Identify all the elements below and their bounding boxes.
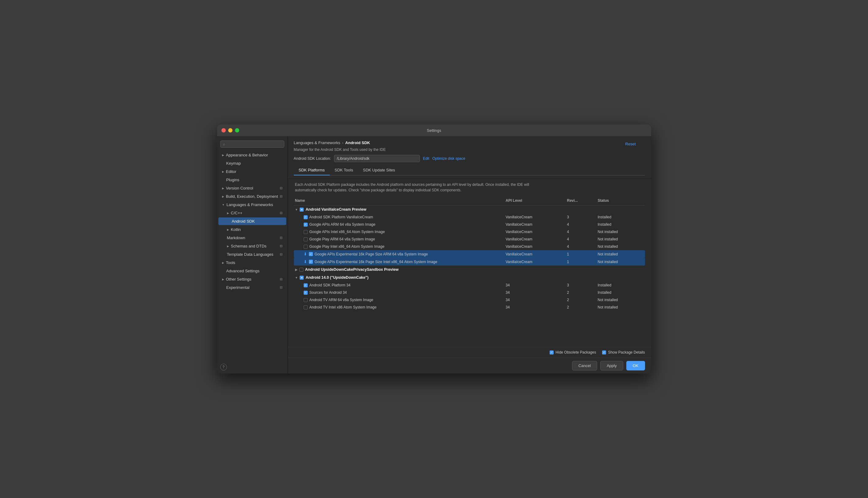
reset-link[interactable]: Reset	[626, 142, 636, 146]
sdk-name: Google Play ARM 64 v8a System Image	[310, 237, 375, 241]
sdk-checkbox[interactable]	[304, 283, 308, 287]
sidebar-item-editor[interactable]: ▶ Editor	[219, 168, 286, 175]
sidebar-item-label: Android SDK	[232, 219, 255, 224]
group-checkbox-android14[interactable]	[300, 276, 304, 280]
sidebar-item-experimental[interactable]: Experimental ⊟	[219, 284, 286, 291]
sidebar: ⌕ ▶ Appearance & Behavior Keymap ▶ Edito…	[217, 136, 288, 374]
sidebar-item-label: Markdown	[227, 236, 245, 240]
ok-button[interactable]: OK	[626, 361, 645, 370]
sdk-status: Installed	[598, 215, 644, 219]
sidebar-item-keymap[interactable]: Keymap	[219, 159, 286, 167]
sdk-checkbox[interactable]	[304, 230, 308, 234]
breadcrumb-separator: ›	[342, 141, 343, 145]
sdk-checkbox[interactable]	[309, 252, 313, 256]
sidebar-item-languages[interactable]: ▼ Languages & Frameworks	[219, 201, 286, 209]
sidebar-item-appearance[interactable]: ▶ Appearance & Behavior	[219, 151, 286, 159]
sdk-checkbox[interactable]	[304, 291, 308, 295]
hide-obsolete-checkbox[interactable]	[550, 351, 554, 354]
sdk-name: Android SDK Platform 34	[310, 283, 351, 287]
chevron-icon: ▶	[222, 195, 224, 198]
sdk-row: Android SDK Platform 34 34 3 Installed	[294, 281, 645, 289]
sdk-api: VanillaIceCream	[506, 245, 567, 249]
sdk-group-header-android14[interactable]: ▼ Android 14.0 ("UpsideDownCake")	[294, 274, 645, 281]
info-text: Each Android SDK Platform package includ…	[294, 179, 539, 196]
sdk-group-header-sandbox[interactable]: ▶ Android UpsideDownCakePrivacySandbox P…	[294, 265, 645, 274]
sdk-api: VanillaIceCream	[506, 230, 567, 234]
sdk-checkbox[interactable]	[304, 215, 308, 219]
help-button[interactable]: ?	[220, 364, 227, 370]
sdk-checkbox[interactable]	[304, 245, 308, 249]
apply-button[interactable]: Apply	[600, 361, 623, 370]
settings-icon: ⊟	[280, 252, 282, 257]
tab-sdk-platforms[interactable]: SDK Platforms	[294, 165, 330, 175]
group-checkbox-sandbox[interactable]	[299, 268, 303, 272]
breadcrumb-row: Languages & Frameworks › Android SDK Res…	[294, 141, 645, 147]
table-area: Each Android SDK Platform package includ…	[288, 179, 651, 347]
sdk-row-highlighted[interactable]: ⬇ Google APIs Experimental 16k Page Size…	[294, 258, 645, 265]
sidebar-item-build[interactable]: ▶ Build, Execution, Deployment ⊟	[219, 193, 286, 200]
group-checkbox-vanilla[interactable]	[300, 208, 304, 212]
sdk-checkbox[interactable]	[304, 305, 308, 310]
search-box[interactable]: ⌕	[220, 141, 284, 148]
optimize-link[interactable]: Optimize disk space	[433, 156, 465, 161]
main-content: ⌕ ▶ Appearance & Behavior Keymap ▶ Edito…	[217, 136, 651, 374]
traffic-lights	[222, 128, 239, 132]
group-chevron-icon[interactable]: ▼	[295, 208, 298, 211]
sdk-checkbox[interactable]	[309, 260, 313, 264]
sdk-checkbox[interactable]	[304, 237, 308, 241]
sidebar-item-advanced-settings[interactable]: Advanced Settings	[219, 267, 286, 275]
sidebar-item-template-data[interactable]: Template Data Languages ⊟	[219, 250, 286, 258]
sdk-row: Google Play Intel x86_64 Atom System Ima…	[294, 243, 645, 250]
sidebar-item-label: Languages & Frameworks	[226, 202, 273, 207]
show-package-item[interactable]: Show Package Details	[602, 350, 645, 354]
chevron-icon: ▶	[222, 187, 224, 190]
sdk-rev: 1	[567, 260, 598, 264]
sidebar-item-label: Appearance & Behavior	[226, 153, 268, 157]
sidebar-item-tools[interactable]: ▶ Tools	[219, 259, 286, 266]
tab-sdk-tools[interactable]: SDK Tools	[330, 165, 358, 175]
sdk-row-highlighted[interactable]: ⬇ Google APIs Experimental 16k Page Size…	[294, 250, 645, 258]
sidebar-item-label: Kotlin	[231, 227, 241, 232]
group-chevron-icon[interactable]: ▼	[295, 276, 298, 279]
window-title: Settings	[427, 128, 442, 133]
close-button[interactable]	[222, 128, 226, 132]
settings-icon: ⊟	[280, 286, 282, 289]
sidebar-item-markdown[interactable]: Markdown ⊟	[219, 234, 286, 241]
footer-checkboxes: Hide Obsolete Packages Show Package Deta…	[550, 350, 645, 354]
sidebar-item-kotlin[interactable]: ▶ Kotlin	[219, 226, 286, 233]
title-bar: Settings	[217, 124, 651, 136]
settings-icon: ⊟	[280, 277, 282, 281]
sidebar-item-version-control[interactable]: ▶ Version Control ⊟	[219, 184, 286, 192]
minimize-button[interactable]	[228, 128, 233, 132]
sdk-group-header-vanilla[interactable]: ▼ Android VanillaIceCream Preview	[294, 206, 645, 213]
sidebar-item-other-settings[interactable]: ▶ Other Settings ⊟	[219, 275, 286, 283]
sidebar-item-cpp[interactable]: ▶ C/C++ ⊟	[219, 209, 286, 217]
tabs: SDK Platforms SDK Tools SDK Update Sites	[294, 165, 645, 175]
sdk-status: Not installed	[598, 230, 644, 234]
show-package-checkbox[interactable]	[602, 351, 606, 354]
sdk-status: Not installed	[598, 260, 644, 264]
location-input[interactable]	[334, 155, 420, 162]
sidebar-item-plugins[interactable]: Plugins	[219, 176, 286, 184]
cancel-button[interactable]: Cancel	[572, 361, 597, 370]
sdk-rev: 4	[567, 222, 598, 227]
hide-obsolete-item[interactable]: Hide Obsolete Packages	[550, 350, 596, 354]
sdk-checkbox[interactable]	[304, 298, 308, 302]
sdk-checkbox[interactable]	[304, 223, 308, 227]
download-icon: ⬇	[304, 252, 307, 257]
chevron-icon: ▼	[222, 203, 225, 206]
edit-link[interactable]: Edit	[423, 156, 430, 161]
sdk-status: Not installed	[598, 298, 644, 302]
group-chevron-icon[interactable]: ▶	[295, 268, 298, 271]
sidebar-item-schemas[interactable]: ▶ Schemas and DTDs ⊟	[219, 242, 286, 250]
sdk-status: Not installed	[598, 237, 644, 241]
search-input[interactable]	[226, 142, 281, 146]
sdk-name: Android TV ARM 64 v8a System Image	[310, 298, 373, 302]
sidebar-item-android-sdk[interactable]: Android SDK	[219, 218, 286, 225]
maximize-button[interactable]	[235, 128, 239, 132]
content-area: Languages & Frameworks › Android SDK Res…	[288, 136, 651, 374]
download-icon: ⬇	[304, 259, 307, 264]
settings-icon: ⊟	[280, 194, 282, 198]
tab-sdk-update-sites[interactable]: SDK Update Sites	[358, 165, 400, 175]
breadcrumb-parent: Languages & Frameworks	[294, 141, 340, 145]
